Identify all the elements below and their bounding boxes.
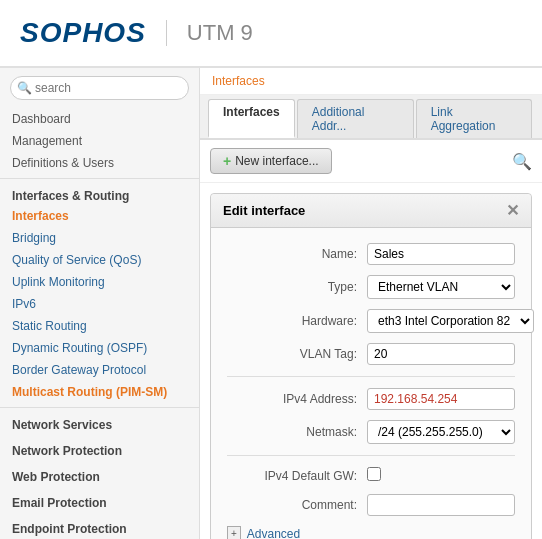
tab-interfaces[interactable]: Interfaces — [208, 99, 295, 138]
hardware-select[interactable]: eth3 Intel Corporation 82 — [367, 309, 534, 333]
advanced-label: Advanced — [247, 527, 300, 540]
ipv4-gw-control — [367, 467, 515, 484]
new-interface-button[interactable]: + New interface... — [210, 148, 332, 174]
ipv4-address-control — [367, 388, 515, 410]
sidebar-item-ipv6[interactable]: IPv6 — [0, 293, 199, 315]
search-icon: 🔍 — [512, 152, 532, 171]
comment-label: Comment: — [227, 498, 357, 512]
sidebar-item-bgp[interactable]: Border Gateway Protocol — [0, 359, 199, 381]
sidebar-item-bridging[interactable]: Bridging — [0, 227, 199, 249]
form-body: Name: Type: Ethernet VLAN H — [211, 228, 531, 539]
sidebar: 🔍 Dashboard Management Definitions & Use… — [0, 68, 200, 539]
main-content: Interfaces Interfaces Additional Addr...… — [200, 68, 542, 539]
name-row: Name: — [211, 238, 531, 270]
sidebar-section-email-protection: Email Protection — [0, 490, 199, 512]
hardware-row: Hardware: eth3 Intel Corporation 82 — [211, 304, 531, 338]
edit-panel-title: Edit interface — [223, 203, 305, 218]
ipv4-address-label: IPv4 Address: — [227, 392, 357, 406]
toolbar: + New interface... 🔍 — [200, 140, 542, 183]
ipv4-gw-checkbox[interactable] — [367, 467, 381, 481]
plus-icon: + — [223, 153, 231, 169]
sidebar-section-network-protection: Network Protection — [0, 438, 199, 460]
type-label: Type: — [227, 280, 357, 294]
ipv4-address-row: IPv4 Address: — [211, 383, 531, 415]
vlan-tag-input[interactable] — [367, 343, 515, 365]
ipv4-gw-label: IPv4 Default GW: — [227, 469, 357, 483]
tab-additional-addr[interactable]: Additional Addr... — [297, 99, 414, 138]
advanced-row[interactable]: + Advanced — [211, 521, 531, 539]
comment-input[interactable] — [367, 494, 515, 516]
sidebar-item-interfaces[interactable]: Interfaces — [0, 205, 199, 227]
toolbar-right: 🔍 — [512, 152, 532, 171]
sidebar-section-endpoint-protection: Endpoint Protection — [0, 516, 199, 538]
expand-icon: + — [227, 526, 241, 539]
new-interface-label: New interface... — [235, 154, 318, 168]
type-control: Ethernet VLAN — [367, 275, 515, 299]
netmask-row: Netmask: /24 (255.255.255.0) — [211, 415, 531, 449]
sidebar-item-dynamic-routing[interactable]: Dynamic Routing (OSPF) — [0, 337, 199, 359]
sidebar-item-multicast-routing[interactable]: Multicast Routing (PIM-SM) — [0, 381, 199, 403]
netmask-select[interactable]: /24 (255.255.255.0) — [367, 420, 515, 444]
close-icon[interactable]: ✕ — [506, 201, 519, 220]
netmask-label: Netmask: — [227, 425, 357, 439]
ipv4-gw-row: IPv4 Default GW: — [211, 462, 531, 489]
form-divider-1 — [227, 376, 515, 377]
edit-interface-panel: Edit interface ✕ Name: Type: Ethernet — [210, 193, 532, 539]
vlan-tag-row: VLAN Tag: — [211, 338, 531, 370]
sidebar-section-network-services: Network Services — [0, 412, 199, 434]
utm-logo: UTM 9 — [166, 20, 253, 46]
sidebar-item-dashboard[interactable]: Dashboard — [0, 108, 199, 130]
search-box[interactable]: 🔍 — [10, 76, 189, 100]
vlan-tag-label: VLAN Tag: — [227, 347, 357, 361]
sidebar-item-static-routing[interactable]: Static Routing — [0, 315, 199, 337]
sophos-logo: SOPHOS — [20, 17, 146, 49]
search-icon: 🔍 — [17, 81, 32, 95]
name-label: Name: — [227, 247, 357, 261]
type-row: Type: Ethernet VLAN — [211, 270, 531, 304]
sidebar-item-qos[interactable]: Quality of Service (QoS) — [0, 249, 199, 271]
edit-panel-header: Edit interface ✕ — [211, 194, 531, 228]
comment-row: Comment: — [211, 489, 531, 521]
sidebar-item-definitions-users[interactable]: Definitions & Users — [0, 152, 199, 174]
search-input[interactable] — [10, 76, 189, 100]
comment-control — [367, 494, 515, 516]
vlan-tag-control — [367, 343, 515, 365]
hardware-control: eth3 Intel Corporation 82 — [367, 309, 534, 333]
hardware-label: Hardware: — [227, 314, 357, 328]
tab-link-aggregation[interactable]: Link Aggregation — [416, 99, 532, 138]
app-header: SOPHOS UTM 9 — [0, 0, 542, 68]
sidebar-divider-1 — [0, 178, 199, 179]
sidebar-divider-2 — [0, 407, 199, 408]
sidebar-item-management[interactable]: Management — [0, 130, 199, 152]
name-control — [367, 243, 515, 265]
name-input[interactable] — [367, 243, 515, 265]
sidebar-section-web-protection: Web Protection — [0, 464, 199, 486]
main-layout: 🔍 Dashboard Management Definitions & Use… — [0, 68, 542, 539]
breadcrumb: Interfaces — [200, 68, 542, 95]
type-select[interactable]: Ethernet VLAN — [367, 275, 515, 299]
form-divider-2 — [227, 455, 515, 456]
sidebar-section-interfaces-routing: Interfaces & Routing — [0, 183, 199, 205]
tabs-bar: Interfaces Additional Addr... Link Aggre… — [200, 95, 542, 140]
sidebar-item-uplink-monitoring[interactable]: Uplink Monitoring — [0, 271, 199, 293]
ipv4-address-input[interactable] — [367, 388, 515, 410]
netmask-control: /24 (255.255.255.0) — [367, 420, 515, 444]
